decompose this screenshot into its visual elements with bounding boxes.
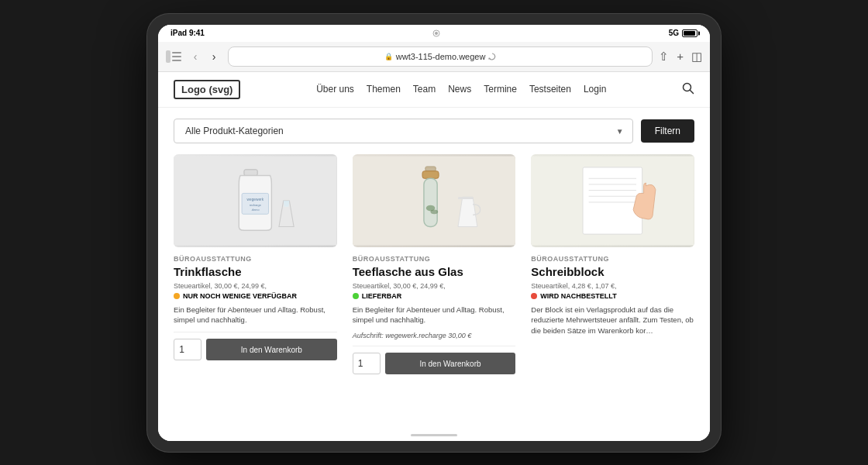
product-card-teeflasche: BÜROAUSSTATTUNG Teeflasche aus Glas Steu… (353, 154, 516, 375)
product-meta-schreibblock: Steueartikel, 4,28 €, 1,07 €, (531, 282, 694, 290)
browser-chrome: ‹ › 🔒 wwt3-115-demo.wegew ⇧ + ◫ (158, 42, 710, 72)
sidebar-toggle-button[interactable] (166, 50, 181, 63)
product-card-trinkflasche: wegewerk recharge .demo BÜROAUSSTATTUNG … (174, 154, 337, 375)
filter-button[interactable]: Filtern (641, 119, 694, 143)
ipad-screen: iPad 9:41 5G (158, 25, 710, 441)
product-inscription-teeflasche: Aufschrift: wegewerk.recharge 30,00 € (353, 332, 516, 339)
browser-action-buttons: ⇧ + ◫ (659, 50, 702, 64)
svg-text:recharge: recharge (250, 203, 261, 206)
new-tab-button[interactable]: + (677, 50, 684, 64)
site-logo: Logo (svg) (174, 80, 240, 99)
product-desc-schreibblock: Der Block ist ein Verlagsprodukt auf das… (531, 305, 694, 336)
product-desc-teeflasche: Ein Begleiter für Abenteuer und Alltag. … (353, 305, 516, 326)
status-dot-teeflasche (353, 293, 359, 299)
svg-text:wegewerk: wegewerk (247, 198, 264, 202)
product-name-schreibblock: Schreibblock (531, 265, 694, 278)
product-status-trinkflasche: NUR NOCH WENIGE VERFÜGBAR (174, 292, 337, 300)
trinkflasche-svg: wegewerk recharge .demo (174, 154, 337, 247)
schreibblock-svg (531, 154, 694, 247)
product-grid: wegewerk recharge .demo BÜROAUSSTATTUNG … (158, 154, 710, 391)
website-content: Logo (svg) Über uns Themen Team News Ter… (158, 72, 710, 430)
product-actions-teeflasche: In den Warenkorb (353, 346, 516, 374)
nav-themen[interactable]: Themen (367, 84, 401, 95)
svg-point-1 (435, 32, 438, 35)
scroll-indicator (411, 434, 457, 436)
product-meta-teeflasche: Steueartikel, 30,00 €, 24,99 €, (353, 282, 516, 290)
nav-testseiten[interactable]: Testseiten (529, 84, 571, 95)
add-to-cart-trinkflasche[interactable]: In den Warenkorb (206, 339, 337, 360)
qty-input-trinkflasche[interactable] (174, 339, 202, 360)
search-icon[interactable] (682, 82, 694, 97)
back-button[interactable]: ‹ (188, 49, 203, 64)
filter-bar: Alle Produkt-KategorienBüroausstattungSc… (158, 108, 710, 154)
product-image-teeflasche (353, 154, 516, 247)
status-dot-schreibblock (531, 293, 537, 299)
url-text: wwt3-115-demo.wegew (396, 52, 486, 61)
product-image-schreibblock (531, 154, 694, 247)
battery-icon (682, 29, 698, 37)
product-image-trinkflasche: wegewerk recharge .demo (174, 154, 337, 247)
category-filter-select[interactable]: Alle Produkt-KategorienBüroausstattungSc… (174, 119, 633, 143)
svg-text:.demo: .demo (251, 208, 260, 212)
product-actions-trinkflasche: In den Warenkorb (174, 332, 337, 360)
svg-line-8 (691, 90, 694, 93)
browser-nav-buttons: ‹ › (188, 49, 222, 64)
share-button[interactable]: ⇧ (659, 50, 669, 64)
svg-point-20 (430, 209, 438, 214)
status-dot-trinkflasche (174, 293, 180, 299)
svg-rect-16 (425, 166, 436, 170)
status-text-schreibblock: WIRD NACHBESTELLT (540, 292, 616, 300)
lock-icon: 🔒 (384, 53, 393, 60)
category-filter-wrapper: Alle Produkt-KategorienBüroausstattungSc… (174, 119, 633, 143)
browser-toolbar: ‹ › 🔒 wwt3-115-demo.wegew ⇧ + ◫ (158, 42, 710, 71)
site-header: Logo (svg) Über uns Themen Team News Ter… (158, 72, 710, 108)
nav-team[interactable]: Team (413, 84, 436, 95)
teeflasche-svg (353, 154, 516, 247)
svg-rect-2 (166, 50, 170, 63)
nav-news[interactable]: News (448, 84, 471, 95)
status-bar: iPad 9:41 5G (158, 25, 710, 42)
svg-rect-10 (244, 169, 257, 175)
product-meta-trinkflasche: Steueartikel, 30,00 €, 24,99 €, (174, 282, 337, 290)
brightness-icon (431, 29, 442, 37)
forward-button[interactable]: › (206, 49, 222, 64)
nav-ueber-uns[interactable]: Über uns (316, 84, 354, 95)
product-category-trinkflasche: BÜROAUSSTATTUNG (174, 255, 337, 263)
signal-text: 5G (669, 29, 679, 37)
status-center (431, 29, 442, 37)
nav-termine[interactable]: Termine (484, 84, 517, 95)
svg-rect-5 (172, 60, 181, 61)
filter-row: Alle Produkt-KategorienBüroausstattungSc… (174, 119, 694, 143)
svg-rect-4 (172, 56, 181, 57)
svg-rect-3 (172, 52, 181, 53)
svg-rect-18 (424, 178, 437, 226)
product-category-teeflasche: BÜROAUSSTATTUNG (353, 255, 516, 263)
tabs-button[interactable]: ◫ (691, 50, 702, 64)
product-desc-trinkflasche: Ein Begleiter für Abenteuer und Alltag. … (174, 305, 337, 326)
status-right: 5G (669, 29, 698, 37)
status-text-teeflasche: LIEFERBAR (362, 292, 402, 300)
status-text-trinkflasche: NUR NOCH WENIGE VERFÜGBAR (183, 292, 297, 300)
product-name-teeflasche: Teeflasche aus Glas (353, 265, 516, 278)
product-status-schreibblock: WIRD NACHBESTELLT (531, 292, 694, 300)
site-nav: Über uns Themen Team News Termine Testse… (316, 84, 606, 95)
product-status-teeflasche: LIEFERBAR (353, 292, 516, 300)
address-bar[interactable]: 🔒 wwt3-115-demo.wegew (228, 46, 653, 67)
add-to-cart-teeflasche[interactable]: In den Warenkorb (385, 353, 516, 374)
status-time: iPad 9:41 (170, 29, 205, 37)
qty-input-teeflasche[interactable] (353, 353, 381, 374)
svg-rect-17 (422, 170, 439, 178)
product-category-schreibblock: BÜROAUSSTATTUNG (531, 255, 694, 263)
ipad-frame: iPad 9:41 5G (147, 14, 721, 452)
reload-icon (488, 53, 496, 60)
svg-rect-21 (458, 197, 473, 199)
nav-login[interactable]: Login (584, 84, 606, 95)
product-card-schreibblock: BÜROAUSSTATTUNG Schreibblock Steueartike… (531, 154, 694, 375)
product-name-trinkflasche: Trinkflasche (174, 265, 337, 278)
svg-rect-23 (583, 167, 642, 233)
